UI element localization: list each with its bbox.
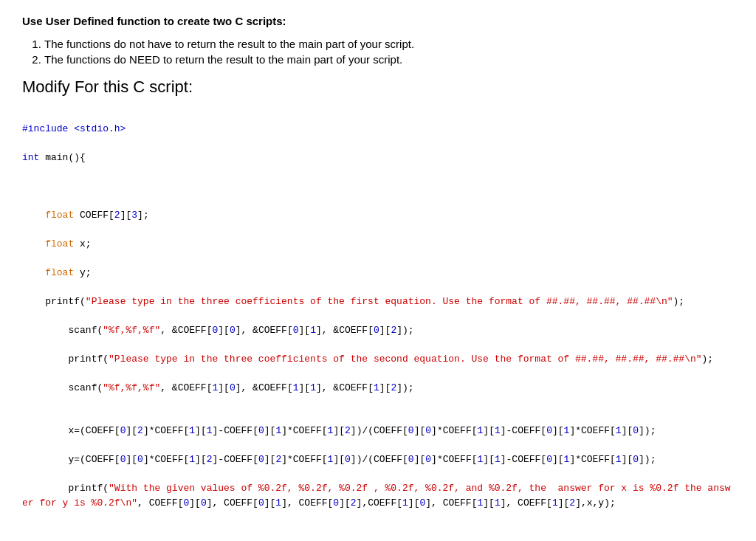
requirements-list: The functions do not have to return the … [44, 38, 734, 66]
list-item-1: The functions do not have to return the … [44, 38, 734, 50]
subheading: Modify For this C script: [22, 77, 734, 97]
code-block: #include <stdio.h> int main(){ float COE… [22, 107, 734, 541]
main-heading: Use User Defined function to create two … [22, 15, 734, 27]
list-item-2: The functions do NEED to return the resu… [44, 53, 734, 66]
